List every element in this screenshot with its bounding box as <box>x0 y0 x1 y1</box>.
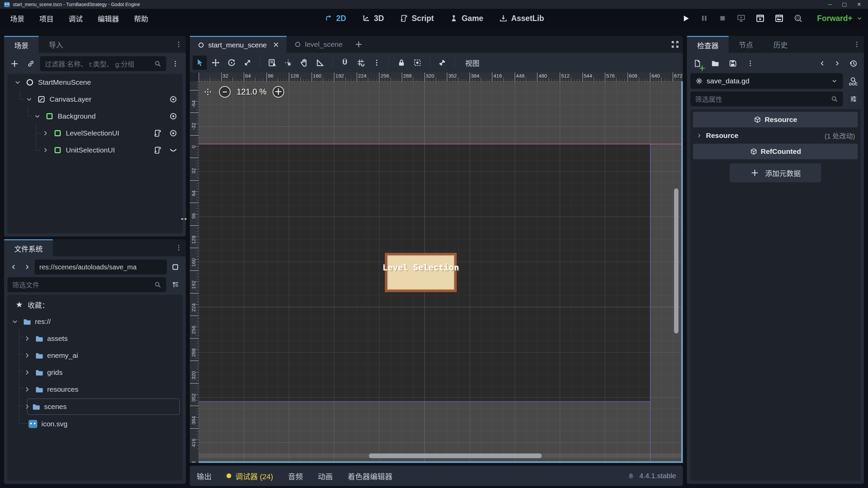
output-panel-button[interactable]: 输出 <box>197 470 212 481</box>
debugger-panel-button[interactable]: 调试器 (24) <box>226 470 273 481</box>
fs-row-res[interactable]: res:// <box>7 313 182 330</box>
tab-scene-dock[interactable]: 场景 <box>4 36 39 53</box>
tab-3d[interactable]: 3D <box>362 14 384 23</box>
chevron-right-icon[interactable] <box>23 351 31 360</box>
fs-row-scenes[interactable]: scenes <box>7 398 182 415</box>
tab-start-menu-scene[interactable]: start_menu_scene ✕ <box>190 36 287 53</box>
level-selection-game-button[interactable]: Level Selection <box>385 253 457 292</box>
scene-filter-input[interactable]: 过滤器:名称、 t:类型、 g:分组 <box>40 56 166 71</box>
save-resource-button[interactable] <box>726 56 740 70</box>
tree-row-levelselectionui[interactable]: LevelSelectionUI <box>7 125 182 142</box>
distraction-free-button[interactable] <box>671 36 679 53</box>
fs-row-enemy-ai[interactable]: enemy_ai <box>7 347 182 364</box>
visibility-visible-icon[interactable] <box>169 129 178 138</box>
rotate-tool-button[interactable] <box>224 56 239 70</box>
group-selected-button[interactable] <box>410 56 425 70</box>
resource-options-button[interactable] <box>743 56 757 70</box>
tree-row-canvaslayer[interactable]: CanvasLayer <box>7 91 182 108</box>
minimize-button[interactable]: ─ <box>828 1 832 7</box>
fs-path-input[interactable]: res://scenes/autoloads/save_ma <box>35 260 167 274</box>
tab-import-dock[interactable]: 导入 <box>39 36 73 53</box>
center-view-icon[interactable] <box>203 87 213 97</box>
resource-selector[interactable]: save_data.gd <box>690 73 843 89</box>
fs-split-mode-button[interactable] <box>168 260 182 274</box>
inspector-tune-button[interactable] <box>846 92 861 106</box>
select-tool-button[interactable] <box>193 56 207 70</box>
chevron-right-icon[interactable] <box>41 129 50 137</box>
fs-row-assets[interactable]: assets <box>7 330 182 347</box>
inspector-dock-menu[interactable] <box>853 36 861 53</box>
instance-scene-button[interactable] <box>24 57 38 71</box>
tab-script[interactable]: Script <box>399 14 434 23</box>
menu-editor[interactable]: 编辑器 <box>90 13 126 23</box>
fs-sort-button[interactable] <box>168 278 182 292</box>
skeleton-options-button[interactable] <box>435 56 449 70</box>
attached-script-icon[interactable] <box>153 146 162 155</box>
menu-project[interactable]: 项目 <box>32 13 61 23</box>
movie-maker-button[interactable] <box>793 14 803 23</box>
group-resource[interactable]: Resource (1 处改动) <box>693 127 858 144</box>
fs-row-grids[interactable]: grids <box>7 364 182 381</box>
fs-forward-button[interactable] <box>21 260 33 274</box>
menu-debug[interactable]: 调试 <box>61 13 90 23</box>
close-button[interactable]: ✕ <box>857 1 861 7</box>
version-info[interactable]: 4.4.1.stable <box>627 472 676 480</box>
zoom-in-button[interactable]: ＋ <box>273 86 284 98</box>
fs-filter-input[interactable]: 筛选文件 <box>7 277 166 292</box>
inspector-history-button[interactable] <box>846 56 861 70</box>
new-scene-tab-button[interactable] <box>350 36 368 53</box>
attached-script-icon[interactable] <box>153 129 162 138</box>
tab-inspector[interactable]: 检查器 <box>687 36 729 53</box>
tab-history[interactable]: 历史 <box>763 36 798 53</box>
scene-tree-menu-button[interactable] <box>168 57 182 71</box>
tab-game[interactable]: Game <box>449 14 483 23</box>
fs-back-button[interactable] <box>7 260 20 274</box>
renderer-selector[interactable]: Forward+ <box>817 14 863 23</box>
stop-button[interactable] <box>718 14 727 23</box>
chevron-down-icon[interactable] <box>33 112 41 120</box>
zoom-out-button[interactable]: − <box>219 86 231 98</box>
zoom-level[interactable]: 121.0 % <box>237 87 267 97</box>
menu-scene[interactable]: 场景 <box>3 13 32 23</box>
tab-assetlib[interactable]: AssetLib <box>499 14 544 23</box>
tree-row-background[interactable]: Background <box>7 108 182 125</box>
category-resource[interactable]: Resource <box>693 112 858 127</box>
scene-dock-menu[interactable] <box>175 36 182 53</box>
chevron-down-icon[interactable] <box>11 318 19 326</box>
category-refcounted[interactable]: RefCounted <box>693 144 858 159</box>
h-scrollbar[interactable] <box>369 453 542 458</box>
view-menu-button[interactable]: 视图 <box>460 58 485 68</box>
shader-editor-panel-button[interactable]: 着色器编辑器 <box>348 470 392 481</box>
add-node-button[interactable] <box>7 57 22 71</box>
tree-row-startmenuscene[interactable]: StartMenuScene <box>7 74 182 91</box>
open-docs-button[interactable]: DOC <box>846 73 861 89</box>
pivot-select-button[interactable] <box>281 56 295 70</box>
chevron-right-icon[interactable] <box>23 368 31 377</box>
audio-panel-button[interactable]: 音频 <box>288 470 303 481</box>
tab-level-scene[interactable]: level_scene <box>287 36 350 53</box>
scale-tool-button[interactable] <box>240 56 255 70</box>
ruler-tool-button[interactable] <box>313 56 327 70</box>
smart-snap-button[interactable] <box>338 56 352 70</box>
pause-button[interactable] <box>700 14 709 23</box>
v-scrollbar[interactable] <box>674 188 678 333</box>
new-resource-button[interactable]: ＋ <box>690 56 705 70</box>
inspector-forward-button[interactable] <box>831 56 843 70</box>
play-remote-button[interactable] <box>736 14 746 23</box>
move-tool-button[interactable] <box>209 56 223 70</box>
tree-row-unitselectionui[interactable]: UnitSelectionUI <box>7 142 182 159</box>
chevron-down-icon[interactable] <box>25 95 33 103</box>
snap-options-button[interactable] <box>370 56 384 70</box>
chevron-down-icon[interactable] <box>14 78 22 86</box>
chevron-right-icon[interactable] <box>41 146 50 154</box>
lock-selected-button[interactable] <box>394 56 409 70</box>
visibility-hidden-icon[interactable] <box>169 146 178 155</box>
maximize-button[interactable]: ▢ <box>842 1 847 7</box>
fs-row-resources[interactable]: resources <box>7 381 182 398</box>
fs-favorites-row[interactable]: ★ 收藏： <box>7 296 182 313</box>
fs-row-icon-svg[interactable]: icon.svg <box>7 415 182 432</box>
play-custom-scene-button[interactable] <box>774 14 784 23</box>
property-filter-input[interactable]: 筛选属性 <box>690 92 843 106</box>
menu-help[interactable]: 帮助 <box>126 13 156 23</box>
visibility-visible-icon[interactable] <box>169 95 178 104</box>
